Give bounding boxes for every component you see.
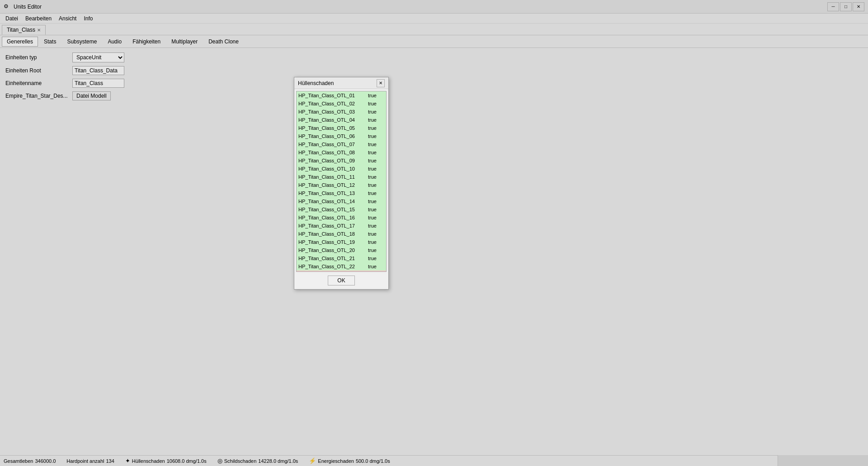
list-item[interactable]: HP_Titan_Class_OTL_18true [297,230,386,238]
list-item-value: true [368,142,384,147]
list-item[interactable]: HP_Titan_Class_OTL_09true [297,157,386,165]
list-item-name: HP_Titan_Class_OTL_21 [298,256,368,261]
list-item-name: HP_Titan_Class_OTL_10 [298,166,368,171]
list-item[interactable]: HP_Titan_Class_OTL_21true [297,254,386,262]
list-item-name: HP_Titan_Class_OTL_14 [298,199,368,204]
list-item[interactable]: HP_Titan_Class_OTL_04true [297,116,386,124]
list-item-value: true [368,166,384,171]
list-item-value: true [368,264,384,269]
list-item[interactable]: HP_Titan_Class_OTL_16true [297,214,386,222]
list-item-value: true [368,133,384,139]
list-item-value: true [368,231,384,237]
list-item-value: true [368,174,384,180]
list-item[interactable]: HP_Titan_Class_OTL_19true [297,238,386,246]
list-item[interactable]: HP_Titan_Class_OTL_10true [297,165,386,173]
list-item-value: true [368,158,384,163]
ok-button[interactable]: OK [328,276,355,285]
list-item-name: HP_Titan_Class_OTL_20 [298,247,368,253]
list-item-value: true [368,256,384,261]
list-item[interactable]: HP_Titan_Class_OTL_17true [297,222,386,230]
list-item[interactable]: HP_Titan_Class_OTL_02true [297,100,386,108]
list-item[interactable]: HP_Titan_Class_OTL_20true [297,246,386,254]
list-item-name: HP_Titan_Class_OTL_22 [298,264,368,269]
list-item-value: true [368,190,384,196]
list-item-value: true [368,125,384,131]
list-item[interactable]: HP_Titan_Class_OTL_13true [297,189,386,197]
list-item-name: HP_Titan_Class_OTL_17 [298,223,368,228]
list-item-name: HP_Titan_Class_OTL_15 [298,207,368,212]
modal-list[interactable]: HP_Titan_Class_OTL_01trueHP_Titan_Class_… [297,91,386,271]
list-item-name: HP_Titan_Class_OTL_02 [298,101,368,106]
list-item-name: HP_Titan_Class_OTL_07 [298,142,368,147]
list-item-value: true [368,215,384,220]
modal-list-container: HP_Titan_Class_OTL_01trueHP_Titan_Class_… [296,91,387,272]
list-item-value: true [368,93,384,98]
list-item-name: HP_Titan_Class_OTL_01 [298,93,368,98]
list-item-value: true [368,117,384,123]
list-item-name: HP_Titan_Class_OTL_03 [298,109,368,114]
list-item[interactable]: HP_Titan_Class_QIC_01false [297,271,386,271]
list-item[interactable]: HP_Titan_Class_OTL_15true [297,205,386,214]
list-item-name: HP_Titan_Class_OTL_05 [298,125,368,131]
list-item[interactable]: HP_Titan_Class_OTL_03true [297,108,386,116]
list-item[interactable]: HP_Titan_Class_OTL_01true [297,91,386,100]
modal-footer: OK [294,274,388,289]
list-item[interactable]: HP_Titan_Class_OTL_11true [297,173,386,181]
list-item-value: true [368,182,384,188]
list-item[interactable]: HP_Titan_Class_OTL_08true [297,148,386,157]
list-item-name: HP_Titan_Class_OTL_16 [298,215,368,220]
list-item-value: true [368,207,384,212]
list-item-name: HP_Titan_Class_OTL_09 [298,158,368,163]
huellenschaden-dialog: Hüllenschaden ✕ HP_Titan_Class_OTL_01tru… [294,77,389,290]
modal-titlebar: Hüllenschaden ✕ [294,77,388,89]
list-item-name: HP_Titan_Class_OTL_12 [298,182,368,188]
list-item-name: HP_Titan_Class_OTL_13 [298,190,368,196]
list-item-name: HP_Titan_Class_OTL_19 [298,239,368,245]
list-item-name: HP_Titan_Class_OTL_18 [298,231,368,237]
list-item-name: HP_Titan_Class_OTL_04 [298,117,368,123]
list-item[interactable]: HP_Titan_Class_OTL_06true [297,132,386,140]
list-item-value: true [368,101,384,106]
list-item-value: true [368,150,384,155]
list-item[interactable]: HP_Titan_Class_OTL_05true [297,124,386,132]
list-item-value: true [368,109,384,114]
modal-title: Hüllenschaden [298,80,334,86]
modal-close-button[interactable]: ✕ [377,79,385,87]
list-item-name: HP_Titan_Class_OTL_11 [298,174,368,180]
list-item-name: HP_Titan_Class_OTL_06 [298,133,368,139]
list-item[interactable]: HP_Titan_Class_OTL_12true [297,181,386,189]
modal-overlay: Hüllenschaden ✕ HP_Titan_Class_OTL_01tru… [0,0,868,466]
list-item[interactable]: HP_Titan_Class_OTL_07true [297,140,386,148]
list-item[interactable]: HP_Titan_Class_OTL_14true [297,197,386,205]
list-item-name: HP_Titan_Class_OTL_08 [298,150,368,155]
list-item[interactable]: HP_Titan_Class_OTL_22true [297,262,386,271]
list-item-value: true [368,223,384,228]
list-item-value: true [368,239,384,245]
list-item-value: true [368,247,384,253]
list-item-value: true [368,199,384,204]
